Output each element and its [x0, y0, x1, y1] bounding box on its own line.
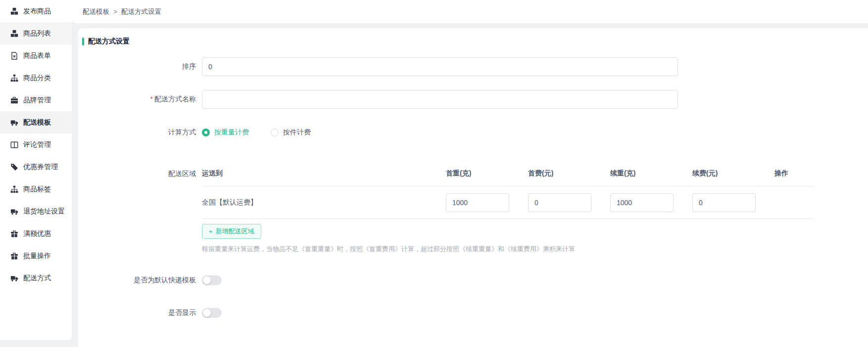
sidebar-item-label: 商品分类 — [23, 74, 51, 83]
radio-by-piece[interactable]: 按件计费 — [271, 128, 311, 137]
default-template-label: 是否为默认快递模板 — [82, 276, 202, 285]
sort-label: 排序 — [82, 62, 202, 71]
sidebar-item-label: 批量操作 — [23, 252, 51, 260]
sort-input[interactable] — [202, 57, 678, 76]
col-first-fee: 首费(元) — [528, 169, 610, 178]
briefcase-icon — [10, 96, 18, 104]
sidebar-item-coupon-management[interactable]: 优惠券管理 — [0, 156, 72, 178]
form-row-delivery-area: 配送区域 运送到 首重(克) 首费(元) 续重(克) 续费(元) 操作 全国【默… — [82, 166, 868, 254]
sidebar-item-return-address[interactable]: 退货地址设置 — [0, 200, 72, 222]
page-title-text: 配送方式设置 — [88, 37, 130, 46]
radio-by-piece-label[interactable]: 按件计费 — [283, 128, 311, 137]
cubes-icon — [10, 30, 18, 38]
visible-label: 是否显示 — [82, 308, 202, 317]
truck-icon — [10, 119, 18, 127]
sidebar-item-label: 退货地址设置 — [23, 207, 65, 216]
columns-icon — [10, 141, 18, 149]
required-asterisk: * — [150, 95, 153, 103]
breadcrumb-parent[interactable]: 配送模板 — [83, 7, 109, 16]
sidebar-item-delivery-method[interactable]: 配送方式 — [0, 267, 72, 289]
sidebar-item-label: 品牌管理 — [23, 96, 51, 105]
sidebar-item-label: 商品列表 — [23, 29, 51, 38]
col-first-weight: 首重(克) — [446, 169, 528, 178]
sitemap-icon — [10, 74, 18, 82]
table-header-row: 运送到 首重(克) 首费(元) 续重(克) 续费(元) 操作 — [202, 166, 814, 186]
main-area: 配送模板 > 配送方式设置 配送方式设置 排序 *配送方式名称 计算方式 按重量… — [72, 0, 868, 347]
cubes-icon — [10, 7, 18, 15]
sidebar-item-product-tag[interactable]: 商品标签 — [0, 178, 72, 200]
toggle-knob — [203, 309, 211, 317]
truck-icon — [10, 274, 18, 282]
form-row-name: *配送方式名称 — [82, 90, 868, 109]
col-actions: 操作 — [774, 169, 814, 178]
sidebar-item-review-management[interactable]: 评论管理 — [0, 133, 72, 156]
content-card: 配送方式设置 排序 *配送方式名称 计算方式 按重量计费 按件计费 — [78, 28, 868, 347]
sidebar-item-product-list[interactable]: 商品列表 — [0, 22, 72, 44]
sidebar-item-label: 商品表单 — [23, 51, 51, 60]
sidebar-item-batch-operation[interactable]: 批量操作 — [0, 245, 72, 267]
sidebar-item-label: 商品标签 — [23, 185, 51, 194]
destination-label: 全国【默认运费】 — [202, 198, 446, 207]
radio-unselected-icon[interactable] — [271, 129, 279, 136]
tag-icon — [10, 163, 18, 171]
default-template-toggle[interactable] — [202, 275, 222, 285]
first-weight-input[interactable] — [446, 193, 509, 212]
gift-icon — [10, 230, 18, 238]
form-row-visible: 是否显示 — [82, 308, 868, 318]
sidebar-item-delivery-template[interactable]: 配送模板 — [0, 111, 72, 133]
sidebar-item-product-category[interactable]: 商品分类 — [0, 67, 72, 89]
page-title: 配送方式设置 — [82, 37, 868, 46]
add-delivery-area-label: 新增配送区域 — [216, 227, 254, 236]
visible-toggle[interactable] — [202, 308, 222, 318]
radio-selected-icon[interactable] — [202, 129, 210, 136]
table-row: 全国【默认运费】 — [202, 186, 814, 219]
form-row-calc-method: 计算方式 按重量计费 按件计费 — [82, 128, 868, 137]
sidebar-item-product-form[interactable]: 商品表单 — [0, 44, 72, 67]
col-ship-to: 运送到 — [202, 169, 446, 178]
delivery-name-input[interactable] — [202, 90, 678, 109]
col-continue-weight: 续重(克) — [610, 169, 692, 178]
title-accent-bar — [82, 38, 84, 45]
form-row-default-template: 是否为默认快递模板 — [82, 275, 868, 285]
radio-by-weight[interactable]: 按重量计费 — [202, 128, 249, 137]
radio-by-weight-label[interactable]: 按重量计费 — [214, 128, 249, 137]
sidebar-item-label: 评论管理 — [23, 140, 51, 149]
file-icon — [10, 52, 18, 60]
add-delivery-area-button[interactable]: + 新增配送区域 — [202, 224, 261, 239]
sidebar-item-brand-management[interactable]: 品牌管理 — [0, 89, 72, 111]
calc-method-radio-group: 按重量计费 按件计费 — [202, 128, 311, 137]
sidebar-item-label: 配送方式 — [23, 274, 51, 283]
sidebar-item-label: 优惠券管理 — [23, 163, 58, 172]
form-row-sort: 排序 — [82, 57, 868, 76]
continue-fee-input[interactable] — [692, 193, 756, 212]
truck-icon — [10, 208, 18, 216]
breadcrumb-current: 配送方式设置 — [121, 7, 161, 16]
delivery-area-label: 配送区域 — [82, 166, 202, 178]
continue-weight-input[interactable] — [610, 193, 674, 212]
gift-icon — [10, 252, 18, 260]
delivery-area-table: 运送到 首重(克) 首费(元) 续重(克) 续费(元) 操作 全国【默认运费】 — [202, 166, 814, 254]
name-label-text: 配送方式名称 — [154, 95, 196, 103]
sidebar-item-label: 发布商品 — [23, 7, 51, 16]
first-fee-input[interactable] — [528, 193, 591, 212]
name-label: *配送方式名称 — [82, 95, 202, 104]
sidebar-item-publish-product[interactable]: 发布商品 — [0, 0, 72, 22]
sidebar: 发布商品 商品列表 商品表单 商品分类 品牌管理 配送模板 评论管理 优惠券管理… — [0, 0, 72, 340]
sidebar-item-full-discount[interactable]: 满额优惠 — [0, 222, 72, 245]
sidebar-item-label: 满额优惠 — [23, 229, 51, 238]
sidebar-item-label: 配送模板 — [23, 118, 51, 127]
sitemap-icon — [10, 185, 18, 193]
plus-icon: + — [209, 228, 213, 235]
toggle-knob — [203, 276, 211, 284]
breadcrumb: 配送模板 > 配送方式设置 — [72, 0, 868, 23]
calc-method-label: 计算方式 — [82, 128, 202, 137]
breadcrumb-separator: > — [113, 8, 117, 15]
col-continue-fee: 续费(元) — [692, 169, 774, 178]
weight-calc-note: 根据重量来计算运费，当物品不足《首重重量》时，按照《首重费用》计算，超过部分按照… — [202, 245, 814, 254]
